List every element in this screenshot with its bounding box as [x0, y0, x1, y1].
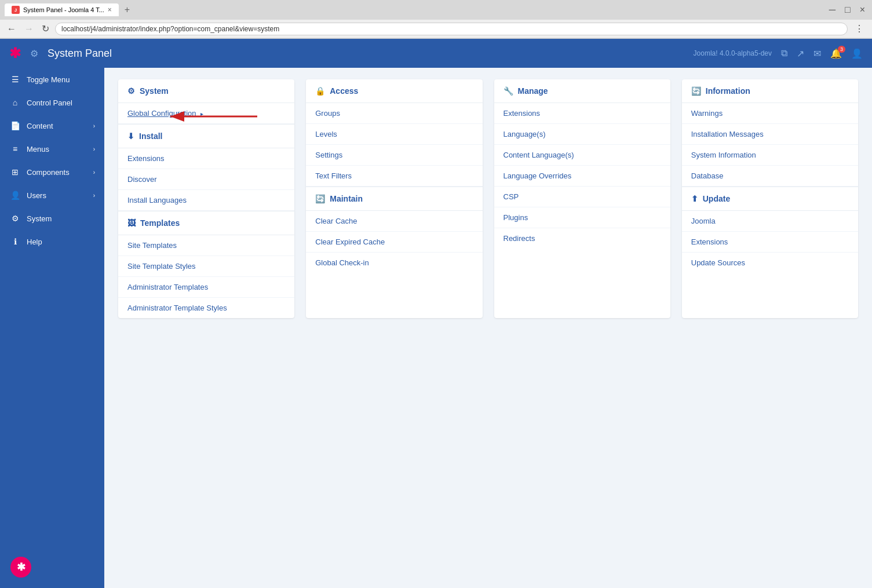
joomla-logo: ✱ [9, 45, 21, 61]
clear-expired-cache-link[interactable]: Clear Expired Cache [306, 232, 482, 253]
back-button[interactable]: ← [5, 23, 19, 35]
joomla-update-link[interactable]: Joomla [682, 211, 858, 232]
settings-label: Settings [315, 151, 342, 159]
user-icon[interactable]: 👤 [851, 48, 863, 59]
groups-link[interactable]: Groups [306, 103, 482, 124]
redirects-link[interactable]: Redirects [494, 228, 670, 249]
components-icon: ⊞ [9, 167, 21, 177]
sidebar-item-control-panel[interactable]: ⌂ Control Panel [0, 91, 104, 114]
extensions-update-label: Extensions [691, 238, 728, 246]
sidebar-item-help[interactable]: ℹ Help [0, 230, 104, 253]
admin-template-styles-link[interactable]: Administrator Template Styles [118, 298, 294, 318]
install-extensions-label: Extensions [127, 154, 165, 163]
database-link[interactable]: Database [682, 166, 858, 187]
sidebar-item-content-label: Content [27, 122, 53, 130]
database-label: Database [691, 171, 724, 180]
control-panel-icon: ⌂ [9, 98, 21, 107]
manage-extensions-link[interactable]: Extensions [494, 103, 670, 124]
system-panel: ⚙ System Global Configuration ▸ [118, 79, 294, 318]
clear-cache-label: Clear Cache [315, 217, 357, 225]
access-header-label: Access [330, 86, 358, 96]
site-template-styles-label: Site Template Styles [127, 262, 196, 271]
external-link-icon[interactable]: ↗ [797, 48, 804, 59]
clear-expired-cache-label: Clear Expired Cache [315, 238, 385, 246]
admin-templates-link[interactable]: Administrator Templates [118, 277, 294, 298]
information-panel-header: 🔄 Information [682, 79, 858, 103]
install-extensions-link[interactable]: Extensions [118, 148, 294, 169]
update-header: ⬆ Update [682, 187, 858, 211]
sidebar-item-components-label: Components [27, 168, 70, 177]
templates-header: 🖼 Templates [118, 211, 294, 235]
languages-link[interactable]: Language(s) [494, 124, 670, 145]
content-languages-link[interactable]: Content Language(s) [494, 145, 670, 166]
installation-messages-link[interactable]: Installation Messages [682, 124, 858, 145]
menus-icon: ≡ [9, 144, 21, 154]
sidebar-item-toggle-menu-label: Toggle Menu [27, 75, 70, 84]
plugins-link[interactable]: Plugins [494, 207, 670, 228]
install-languages-label: Install Languages [127, 196, 187, 204]
global-configuration-link[interactable]: Global Configuration ▸ [118, 103, 294, 124]
browser-chrome: J System Panel - Joomla 4 T... × + ─ □ ×… [0, 0, 872, 39]
update-sources-link[interactable]: Update Sources [682, 253, 858, 273]
bell-icon[interactable]: 🔔 3 [830, 48, 842, 59]
browser-menu-button[interactable]: ⋮ [851, 22, 867, 35]
sidebar-item-menus[interactable]: ≡ Menus › [0, 137, 104, 160]
install-header: ⬇ Install [118, 124, 294, 148]
levels-label: Levels [315, 130, 337, 138]
address-bar[interactable] [55, 23, 848, 35]
copy-icon[interactable]: ⧉ [781, 48, 787, 59]
sidebar-item-content[interactable]: 📄 Content › [0, 114, 104, 137]
content-arrow-icon: › [93, 123, 95, 129]
extensions-update-link[interactable]: Extensions [682, 232, 858, 253]
clear-cache-link[interactable]: Clear Cache [306, 211, 482, 232]
maintain-icon: 🔄 [315, 194, 325, 203]
manage-panel-header: 🔧 Manage [494, 79, 670, 103]
sidebar-item-toggle-menu[interactable]: ☰ Toggle Menu [0, 68, 104, 91]
access-header-icon: 🔒 [315, 86, 325, 96]
site-template-styles-link[interactable]: Site Template Styles [118, 256, 294, 277]
content-languages-label: Content Language(s) [504, 151, 574, 159]
minimize-button[interactable]: ─ [827, 3, 838, 16]
new-tab-button[interactable]: + [121, 3, 133, 16]
system-information-link[interactable]: System Information [682, 145, 858, 166]
sidebar-item-help-label: Help [27, 238, 42, 246]
text-filters-label: Text Filters [315, 171, 352, 180]
system-header-icon: ⚙ [127, 86, 135, 96]
groups-label: Groups [315, 109, 340, 118]
site-templates-link[interactable]: Site Templates [118, 235, 294, 256]
access-panel-header: 🔒 Access [306, 79, 482, 103]
content-icon: 📄 [9, 121, 21, 130]
admin-templates-label: Administrator Templates [127, 283, 208, 291]
top-bar-right: Joomla! 4.0.0-alpha5-dev ⧉ ↗ ✉ 🔔 3 👤 [694, 48, 863, 59]
text-filters-link[interactable]: Text Filters [306, 166, 482, 187]
sidebar-item-users[interactable]: 👤 Users › [0, 184, 104, 207]
warnings-link[interactable]: Warnings [682, 103, 858, 124]
sidebar-item-system[interactable]: ⚙ System [0, 207, 104, 230]
top-bar-gear-icon: ⚙ [30, 48, 38, 59]
sidebar-item-components[interactable]: ⊞ Components › [0, 160, 104, 184]
content-area: ⚙ System Global Configuration ▸ [104, 68, 872, 588]
close-window-button[interactable]: × [858, 3, 867, 16]
maximize-button[interactable]: □ [842, 3, 853, 16]
csp-link[interactable]: CSP [494, 187, 670, 207]
forward-button[interactable]: → [22, 23, 36, 35]
help-icon: ℹ [9, 237, 21, 246]
settings-link[interactable]: Settings [306, 145, 482, 166]
global-checkin-link[interactable]: Global Check-in [306, 253, 482, 273]
language-overrides-link[interactable]: Language Overrides [494, 166, 670, 187]
browser-tab[interactable]: J System Panel - Joomla 4 T... × [5, 3, 119, 16]
levels-link[interactable]: Levels [306, 124, 482, 145]
tab-close-button[interactable]: × [108, 6, 112, 14]
discover-link[interactable]: Discover [118, 169, 294, 190]
toggle-menu-icon: ☰ [9, 75, 21, 84]
sidebar-logo: ✱ [0, 546, 104, 588]
install-icon: ⬇ [127, 132, 134, 141]
plugins-label: Plugins [504, 213, 528, 222]
mail-icon[interactable]: ✉ [813, 48, 821, 59]
refresh-button[interactable]: ↻ [39, 22, 52, 35]
install-languages-link[interactable]: Install Languages [118, 190, 294, 211]
page-title: System Panel [48, 48, 112, 60]
joomla-update-label: Joomla [691, 217, 716, 225]
system-icon: ⚙ [9, 214, 21, 223]
redirects-label: Redirects [504, 234, 535, 243]
